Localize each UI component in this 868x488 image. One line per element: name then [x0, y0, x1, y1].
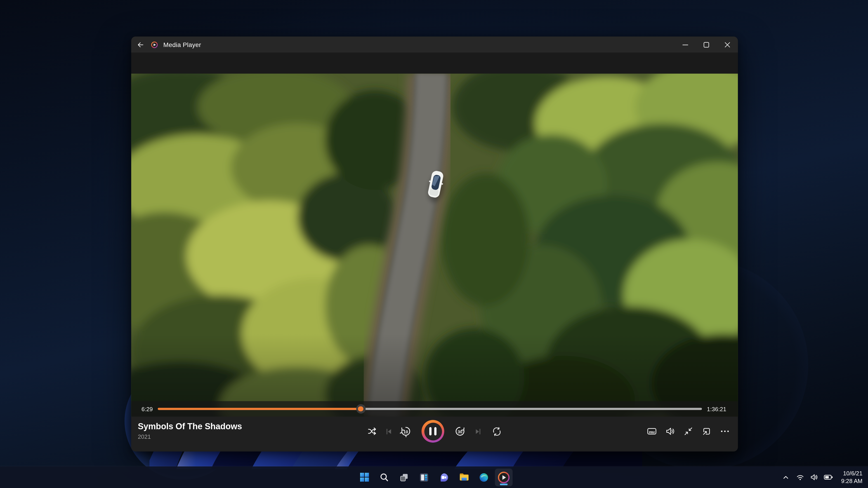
edge-button[interactable]: [475, 468, 493, 486]
edge-icon: [479, 472, 489, 482]
utility-controls: [646, 417, 730, 446]
active-app-indicator: [500, 483, 507, 485]
mini-player-icon: [683, 426, 693, 437]
svg-text:10: 10: [403, 429, 408, 434]
repeat-icon: [492, 426, 502, 436]
previous-icon: [385, 427, 393, 435]
back-arrow-icon: [137, 41, 145, 48]
task-view-icon: [399, 472, 409, 482]
shuffle-button[interactable]: [367, 426, 378, 437]
chat-button[interactable]: [435, 468, 453, 486]
current-time: 6:29: [138, 405, 153, 412]
task-view-button[interactable]: [395, 468, 413, 486]
tray-volume-button[interactable]: [809, 470, 819, 484]
media-player-icon: [498, 471, 510, 483]
taskbar-center-icons: [355, 468, 513, 486]
previous-button[interactable]: [383, 426, 395, 437]
media-year: 2021: [138, 433, 242, 440]
search-button[interactable]: [375, 468, 393, 486]
battery-icon: [824, 473, 833, 482]
cast-to-device-button[interactable]: [701, 426, 712, 437]
pause-icon: [424, 422, 442, 440]
system-tray: 10/6/21 9:28 AM: [780, 466, 863, 488]
cast-to-device-icon: [701, 426, 712, 437]
mini-player-button[interactable]: [683, 426, 694, 437]
media-player-window: Media Player: [131, 37, 738, 452]
clock[interactable]: 10/6/21 9:28 AM: [841, 470, 862, 484]
repeat-button[interactable]: [491, 426, 502, 437]
file-explorer-button[interactable]: [455, 468, 473, 486]
caption-buttons: [675, 37, 738, 53]
widgets-icon: [419, 472, 429, 482]
skip-forward-30-icon: 30: [454, 425, 466, 437]
start-button[interactable]: [355, 468, 373, 486]
skip-forward-30-button[interactable]: 30: [454, 425, 466, 437]
media-info: Symbols Of The Shadows 2021: [138, 422, 242, 440]
more-options-button[interactable]: [719, 426, 730, 437]
window-title: Media Player: [163, 41, 201, 48]
video-frame-forest-road: [131, 74, 738, 417]
titlebar: Media Player: [131, 37, 738, 53]
search-icon: [379, 472, 389, 482]
windows-start-icon: [360, 473, 369, 482]
chevron-up-icon: [782, 474, 789, 481]
shuffle-icon: [368, 427, 377, 436]
minimize-button[interactable]: [675, 37, 696, 53]
wifi-button[interactable]: [795, 470, 805, 484]
seek-progress-fill: [158, 408, 361, 410]
maximize-icon: [702, 40, 711, 49]
volume-button[interactable]: [664, 426, 675, 437]
taskbar: 10/6/21 9:28 AM: [0, 466, 868, 488]
volume-icon: [664, 426, 675, 437]
tray-time: 9:28 AM: [841, 477, 862, 484]
wifi-icon: [796, 473, 804, 482]
subtitles-icon: [646, 426, 657, 437]
back-button[interactable]: [131, 37, 150, 53]
minimize-icon: [681, 40, 690, 49]
transport-controls: 10 30: [367, 417, 502, 446]
media-title: Symbols Of The Shadows: [138, 422, 242, 431]
subtitles-button[interactable]: [646, 426, 657, 437]
total-time: 1:36:21: [707, 405, 731, 412]
more-options-icon: [719, 426, 730, 437]
video-viewport[interactable]: 6:29 1:36:21: [131, 74, 738, 417]
tray-date: 10/6/21: [843, 470, 863, 477]
next-icon: [474, 427, 482, 435]
maximize-button[interactable]: [696, 37, 717, 53]
next-button[interactable]: [472, 426, 484, 437]
desktop: Media Player: [0, 0, 868, 488]
seek-bar-strip: 6:29 1:36:21: [131, 401, 738, 417]
tray-chevron-button[interactable]: [780, 470, 792, 484]
seek-thumb[interactable]: [356, 404, 366, 414]
svg-text:30: 30: [458, 429, 463, 434]
media-player-taskbar-button[interactable]: [495, 468, 513, 486]
skip-back-10-icon: 10: [400, 425, 411, 437]
seek-track[interactable]: [158, 408, 702, 410]
battery-button[interactable]: [823, 470, 834, 484]
close-button[interactable]: [717, 37, 738, 53]
speaker-icon: [810, 473, 818, 482]
playback-control-bar: Symbols Of The Shadows 2021: [131, 417, 738, 451]
skip-back-10-button[interactable]: 10: [400, 425, 411, 437]
widgets-button[interactable]: [415, 468, 433, 486]
media-player-app-icon: [151, 41, 158, 48]
file-explorer-icon: [459, 472, 469, 483]
close-icon: [723, 40, 732, 49]
pause-button[interactable]: [422, 420, 444, 443]
chat-icon: [439, 472, 449, 482]
